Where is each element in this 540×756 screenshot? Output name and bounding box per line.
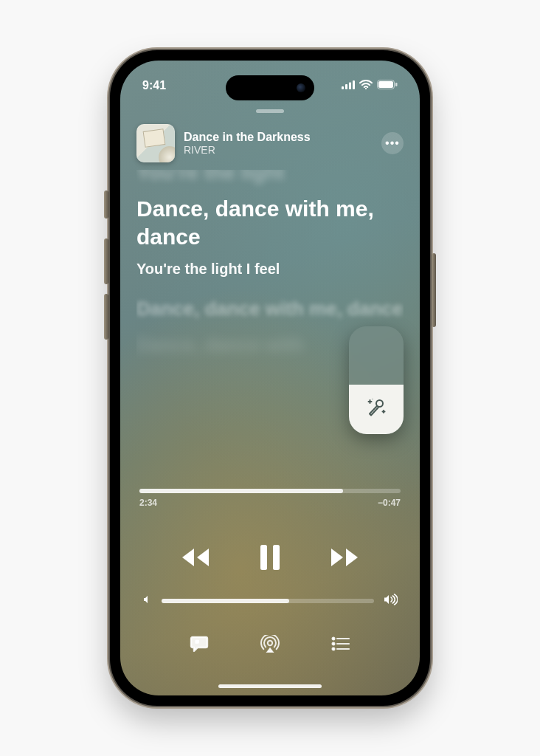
sheet-grabber[interactable] bbox=[256, 109, 284, 113]
sing-vocal-slider[interactable] bbox=[349, 326, 404, 434]
volume-up-hw bbox=[104, 238, 108, 284]
status-time: 9:41 bbox=[142, 79, 166, 92]
ellipsis-icon: ••• bbox=[385, 137, 400, 150]
svg-rect-6 bbox=[378, 81, 393, 88]
speaker-low-icon bbox=[142, 594, 153, 608]
svg-point-9 bbox=[372, 399, 373, 399]
svg-rect-3 bbox=[353, 80, 355, 89]
previous-button[interactable] bbox=[179, 546, 212, 568]
signal-icon bbox=[342, 79, 355, 92]
mic-sparkle-icon bbox=[364, 396, 388, 422]
more-button[interactable]: ••• bbox=[381, 132, 404, 154]
svg-rect-1 bbox=[345, 84, 347, 89]
svg-point-14 bbox=[333, 638, 335, 640]
svg-point-4 bbox=[365, 88, 367, 89]
svg-rect-7 bbox=[395, 83, 398, 86]
svg-point-13 bbox=[268, 641, 272, 645]
album-art[interactable] bbox=[136, 124, 175, 162]
svg-rect-11 bbox=[273, 545, 280, 570]
iphone-frame: 9:41 Dance in the D bbox=[110, 50, 430, 706]
lyric-current: Dance, dance with me, dance bbox=[136, 195, 404, 250]
lyric-previous: You're the light bbox=[136, 170, 404, 185]
svg-point-18 bbox=[333, 648, 335, 650]
svg-text:”: ” bbox=[195, 639, 199, 647]
wifi-icon bbox=[359, 79, 373, 92]
silent-switch bbox=[104, 190, 108, 219]
scrubber[interactable]: 2:34 −0:47 bbox=[139, 489, 401, 508]
battery-icon bbox=[377, 79, 398, 92]
airplay-button[interactable] bbox=[260, 635, 280, 656]
time-remaining: −0:47 bbox=[378, 498, 401, 508]
svg-rect-0 bbox=[342, 86, 344, 89]
volume-down-hw bbox=[104, 294, 108, 340]
time-elapsed: 2:34 bbox=[139, 498, 157, 508]
lyric-next: You're the light I feel bbox=[136, 261, 404, 278]
queue-button[interactable] bbox=[331, 636, 350, 654]
side-button-hw bbox=[432, 253, 436, 327]
next-button[interactable] bbox=[328, 546, 361, 568]
volume-fill bbox=[162, 599, 289, 603]
lyric-upcoming-1: Dance, dance with me, dance bbox=[136, 297, 404, 322]
svg-rect-2 bbox=[349, 83, 351, 90]
now-playing-header: Dance in the Darkness RIVER ••• bbox=[136, 124, 404, 162]
svg-point-16 bbox=[333, 643, 335, 645]
screen: 9:41 Dance in the D bbox=[120, 61, 420, 695]
song-artist: RIVER bbox=[184, 144, 373, 157]
home-indicator[interactable] bbox=[218, 684, 322, 688]
dynamic-island bbox=[226, 75, 314, 100]
lyrics-view-button[interactable]: ” bbox=[190, 635, 209, 656]
transport-controls bbox=[120, 545, 420, 570]
volume-slider[interactable] bbox=[142, 594, 398, 608]
scrubber-fill bbox=[139, 489, 343, 493]
bottom-actions: ” bbox=[120, 635, 420, 656]
svg-rect-10 bbox=[260, 545, 267, 570]
speaker-high-icon bbox=[383, 594, 398, 608]
song-title: Dance in the Darkness bbox=[184, 130, 373, 144]
pause-button[interactable] bbox=[259, 545, 281, 570]
